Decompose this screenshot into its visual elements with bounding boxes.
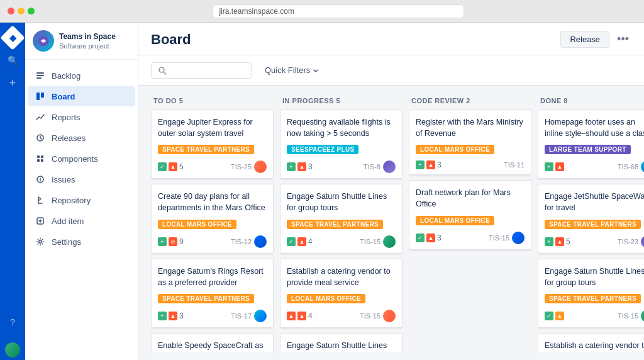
story-icon: + xyxy=(287,162,296,171)
project-header: Teams in Space Software project xyxy=(25,23,138,60)
header-actions: Release ••• xyxy=(560,30,631,48)
card[interactable]: Engage Saturn Shuttle Lines for group to… xyxy=(280,184,402,253)
card-meta-left: ▲▲4 xyxy=(287,312,313,320)
svg-rect-8 xyxy=(37,155,40,158)
priority-medium-icon: ▲ xyxy=(555,312,564,320)
priority-high-icon: ▲ xyxy=(426,233,435,242)
card[interactable]: Establish a catering vendor to provide m… xyxy=(280,259,402,328)
check-icon: ✓ xyxy=(416,233,425,242)
card-footer: ✓▲TIS-15 xyxy=(545,310,644,322)
svg-point-20 xyxy=(159,67,164,72)
column-header-todo: TO DO 5 xyxy=(151,93,274,110)
sidebar-item-repository[interactable]: Repository xyxy=(28,190,135,210)
card-meta-left: ✓▲4 xyxy=(287,237,313,246)
arrow-up-icon: ▲ xyxy=(287,312,296,320)
card-icons: ✓▲ xyxy=(545,312,564,320)
story-icon: + xyxy=(545,162,553,171)
sidebar-item-reports[interactable]: Reports xyxy=(28,107,135,127)
card-footer: ✓▲3TIS-15 xyxy=(416,232,525,244)
card-icons: +▲ xyxy=(545,162,564,171)
card-meta-left: +▲3 xyxy=(416,160,441,169)
card-meta-right: TIS-68 xyxy=(618,160,644,173)
card-avatar xyxy=(254,310,267,322)
card-id: TIS-25 xyxy=(231,163,252,171)
add-item-label: Add item xyxy=(52,217,84,226)
card-id: TIS-11 xyxy=(504,161,525,169)
sidebar-item-add[interactable]: Add item xyxy=(28,211,135,231)
backlog-label: Backlog xyxy=(52,71,80,81)
project-avatar xyxy=(33,30,54,52)
svg-rect-3 xyxy=(36,75,44,76)
release-button[interactable]: Release xyxy=(560,31,609,48)
svg-rect-2 xyxy=(36,72,44,74)
sidebar-item-settings[interactable]: Settings xyxy=(28,232,135,252)
minimize-button[interactable] xyxy=(18,8,25,14)
card[interactable]: Register with the Mars Ministry of Reven… xyxy=(409,110,531,175)
card-meta-right: TIS-12 xyxy=(231,235,267,248)
url-bar[interactable]: jira.teamsinspace.com xyxy=(213,4,464,18)
card-title: Draft network plan for Mars Office xyxy=(416,187,525,210)
sidebar-item-releases[interactable]: Releases xyxy=(28,128,135,148)
card-title: Engage Saturn Shuttle Lines for group to… xyxy=(545,266,644,288)
sidebar-item-board[interactable]: Board xyxy=(28,86,135,106)
svg-rect-10 xyxy=(37,159,40,162)
card[interactable]: Requesting available flights is now taki… xyxy=(280,110,402,179)
card-avatar xyxy=(641,235,644,248)
card[interactable]: Enable Speedy SpaceCraft as the preferre… xyxy=(151,333,274,352)
story-icon: + xyxy=(416,160,425,169)
sidebar: Teams in Space Software project Backlog … xyxy=(25,23,138,360)
card-footer: ▲▲4TIS-15 xyxy=(287,310,396,322)
card-avatar xyxy=(383,310,396,322)
card[interactable]: Engage Saturn Shuttle Lines for group to… xyxy=(538,259,644,328)
svg-point-19 xyxy=(39,240,42,243)
card-title: Create 90 day plans for all departments … xyxy=(158,191,267,213)
column-cards-codereview: Register with the Mars Ministry of Reven… xyxy=(409,110,531,352)
card-title: Enable Speedy SpaceCraft as the preferre… xyxy=(158,340,267,352)
svg-point-14 xyxy=(40,181,41,182)
card[interactable]: Create 90 day plans for all departments … xyxy=(151,184,274,253)
sidebar-item-components[interactable]: Components xyxy=(28,149,135,169)
card[interactable]: Engage Jupiter Express for outer solar s… xyxy=(151,110,274,179)
search-box[interactable] xyxy=(151,62,252,79)
priority-high-icon: ▲ xyxy=(169,312,177,320)
close-button[interactable] xyxy=(8,8,14,14)
sidebar-item-backlog[interactable]: Backlog xyxy=(28,65,135,86)
check-icon: ✓ xyxy=(287,237,296,246)
user-avatar-icon[interactable] xyxy=(3,340,23,360)
sidebar-item-issues[interactable]: Issues xyxy=(28,169,135,189)
page-title: Board xyxy=(151,31,191,48)
card[interactable]: Engage Saturn's Rings Resort as a prefer… xyxy=(151,259,274,328)
column-cards-inprogress: Requesting available flights is now taki… xyxy=(280,110,402,352)
create-icon[interactable]: + xyxy=(3,73,23,93)
search-icon[interactable]: 🔍 xyxy=(3,50,23,70)
more-options-icon[interactable]: ••• xyxy=(614,30,631,48)
priority-high-icon: ▲ xyxy=(169,162,177,171)
card-meta-right: TIS-15 xyxy=(489,232,525,244)
releases-label: Releases xyxy=(52,133,86,143)
card[interactable]: Homepage footer uses an inline style–sho… xyxy=(538,110,644,179)
logo-icon[interactable]: ◆ xyxy=(3,28,23,48)
card-meta-left: ✓▲ xyxy=(545,312,564,320)
card[interactable]: Engage Saturn Shuttle Lines for group to… xyxy=(280,333,402,352)
card-count: 5 xyxy=(566,237,570,246)
card-title: Register with the Mars Ministry of Reven… xyxy=(416,116,525,139)
quick-filters-button[interactable]: Quick Filters xyxy=(258,62,326,79)
card-tag: SPACE TRAVEL PARTNERS xyxy=(545,220,641,229)
card-count: 3 xyxy=(179,312,184,320)
backlog-icon xyxy=(35,70,45,81)
card[interactable]: Draft network plan for Mars OfficeLOCAL … xyxy=(409,180,531,249)
card[interactable]: Engage JetShuttle SpaceWays for travelSP… xyxy=(538,184,644,253)
reports-icon xyxy=(35,112,45,122)
main-content: Board Release ••• Quick Filters TO DO 5E… xyxy=(138,23,644,360)
card-tag: LOCAL MARS OFFICE xyxy=(158,220,236,229)
card-tag: LOCAL MARS OFFICE xyxy=(416,145,494,154)
maximize-button[interactable] xyxy=(28,8,35,14)
card-avatar xyxy=(254,160,267,173)
card-count: 5 xyxy=(179,162,184,171)
card-id: TIS-12 xyxy=(231,238,252,245)
card-meta-left: +▲ xyxy=(545,162,564,171)
help-icon[interactable]: ? xyxy=(3,312,23,332)
icon-rail: ◆ 🔍 + ? xyxy=(0,23,25,360)
repository-icon xyxy=(35,195,45,205)
card[interactable]: Establish a catering vendor to provide m… xyxy=(538,333,644,352)
